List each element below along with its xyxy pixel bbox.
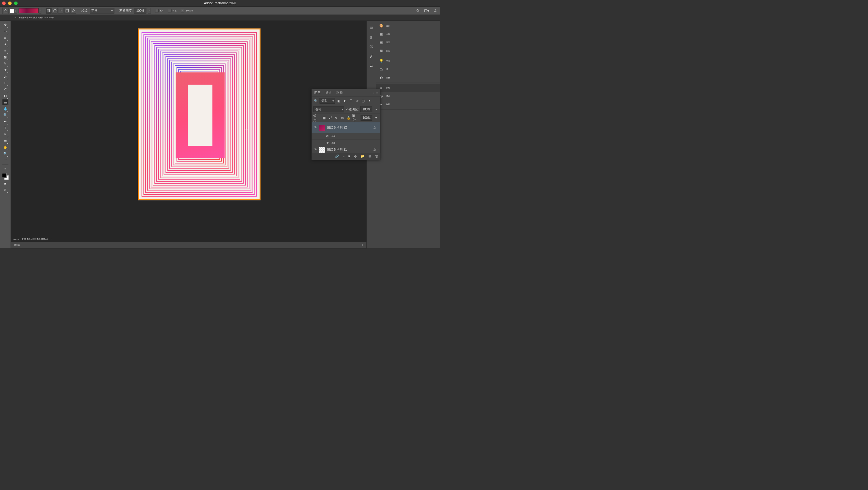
channels-panel-tab[interactable]: ◎通道 <box>376 92 440 100</box>
lasso-tool[interactable]: ⊃ <box>2 35 8 41</box>
zoom-tool[interactable]: 🔍 <box>2 151 8 157</box>
expand-fx-icon[interactable]: ˄ <box>377 126 379 129</box>
status-arrow-icon[interactable]: 〉 <box>51 238 53 240</box>
layer-thumbnail[interactable] <box>319 147 325 153</box>
marquee-tool[interactable]: ▭ <box>2 28 8 34</box>
new-layer-icon[interactable]: ⊞ <box>368 154 371 158</box>
blend-mode-select[interactable]: 色相 <box>313 107 344 112</box>
gradient-preview-dropdown[interactable]: ▾ <box>19 8 41 13</box>
patterns-panel-tab[interactable]: ▩图案 <box>376 47 440 55</box>
screen-mode-button[interactable]: ⎚ <box>2 187 8 193</box>
layers-panel[interactable]: 图层 通道 路径 »≡ 🔍 类型 ▣ ◐ T ▱ ▢ ● 色相 不透明度: 10… <box>312 89 380 160</box>
timeline-panel-tab[interactable]: 时间轴 ≡ <box>10 242 366 248</box>
paths-panel-tab[interactable]: ⌁路径 <box>376 100 440 109</box>
pen-tool[interactable]: ✒ <box>2 119 8 124</box>
adjustments-panel-tab[interactable]: ◐调整 <box>376 74 440 82</box>
healing-brush-tool[interactable]: ✚ <box>2 67 8 73</box>
maximize-window-icon[interactable] <box>14 1 18 5</box>
fill-chevron-icon[interactable]: ▾ <box>374 116 378 120</box>
fx-badge[interactable]: fx <box>374 148 376 151</box>
gradient-tool[interactable]: ▬ <box>2 99 8 105</box>
gradient-reflected-button[interactable] <box>64 8 70 13</box>
workspace-button[interactable]: ▾ <box>424 8 429 13</box>
hand-tool[interactable]: ✋ <box>2 145 8 150</box>
delete-layer-icon[interactable]: 🗑 <box>375 154 378 158</box>
eyedropper-tool[interactable]: ✎ <box>2 61 8 66</box>
fx-badge[interactable]: fx <box>374 126 376 129</box>
path-select-tool[interactable]: ↖ <box>2 132 8 137</box>
opacity-input[interactable]: 100% <box>134 8 147 13</box>
brush-tool[interactable]: 🖌 <box>2 74 8 79</box>
timeline-menu-icon[interactable]: ≡ <box>362 244 363 246</box>
filter-type-icon[interactable]: T <box>349 98 353 103</box>
group-icon[interactable]: 📁 <box>361 154 365 158</box>
quick-mask-button[interactable]: ◙ <box>2 180 8 186</box>
zoom-level[interactable]: 32.02% <box>13 238 19 240</box>
lock-position-icon[interactable]: ✥ <box>334 116 339 120</box>
layer-style-icon[interactable]: fx <box>343 154 344 158</box>
blend-mode-select[interactable]: 正常 <box>90 8 114 13</box>
layer-name[interactable]: 图层 5 拷贝 21 <box>327 148 372 152</box>
move-tool[interactable]: ✥ <box>2 22 8 28</box>
link-layers-icon[interactable]: 🔗 <box>335 154 339 158</box>
document-canvas[interactable] <box>138 28 260 200</box>
layer-thumbnail[interactable] <box>319 125 325 131</box>
gradient-radial-button[interactable] <box>52 8 57 13</box>
layers-panel-tab[interactable]: ◈图层 <box>376 84 440 92</box>
filter-shape-icon[interactable]: ▱ <box>355 98 359 103</box>
layer-opacity-input[interactable]: 100% <box>360 107 372 112</box>
stroke-visibility-icon[interactable]: 👁 <box>326 141 330 145</box>
color-panel-tab[interactable]: 🎨颜色 <box>376 22 440 30</box>
stroke-effect-row[interactable]: 👁 描边 <box>312 140 380 146</box>
properties-panel-icon[interactable]: ◎ <box>369 35 374 40</box>
gradient-linear-button[interactable] <box>46 8 51 13</box>
gradients-panel-tab[interactable]: ▤渐变 <box>376 38 440 47</box>
learn-panel-tab[interactable]: 💡学习 <box>376 57 440 65</box>
lock-all-icon[interactable]: 🔒 <box>346 116 350 120</box>
layer-name[interactable]: 图层 5 拷贝 22 <box>327 125 372 130</box>
visibility-toggle-icon[interactable]: 👁 <box>313 148 317 151</box>
clone-stamp-tool[interactable]: ⎍ <box>2 80 8 86</box>
dodge-tool[interactable]: 🔍 <box>2 112 8 118</box>
transparency-checkbox[interactable]: ✓透明区域 <box>181 9 193 12</box>
rectangle-tool[interactable]: ▭ <box>2 138 8 144</box>
brushes-panel-icon[interactable]: 🖌 <box>369 54 374 59</box>
filter-smart-icon[interactable]: ▢ <box>361 98 365 103</box>
opacity-chevron-icon[interactable]: ▾ <box>374 107 378 112</box>
effects-visibility-icon[interactable]: 👁 <box>326 135 330 138</box>
dither-checkbox[interactable]: ✓仿色 <box>168 9 176 12</box>
filter-toggle-icon[interactable]: ● <box>367 98 372 103</box>
swatches-panel-tab[interactable]: ▦色板 <box>376 30 440 38</box>
filter-adjustment-icon[interactable]: ◐ <box>343 98 347 103</box>
filter-kind-select[interactable]: 类型 <box>320 98 335 104</box>
close-tab-icon[interactable]: × <box>15 16 17 19</box>
filter-search-icon[interactable]: 🔍 <box>313 98 318 103</box>
search-button[interactable] <box>415 8 421 13</box>
close-window-icon[interactable] <box>2 1 6 5</box>
history-panel-icon[interactable]: ▤ <box>369 25 374 30</box>
layer-mask-icon[interactable]: ◙ <box>348 154 350 158</box>
layers-tab[interactable]: 图层 <box>314 90 320 96</box>
document-dimensions[interactable]: 2480 像素 x 3508 像素 (300 ppi) <box>22 238 49 240</box>
history-brush-tool[interactable]: ↺ <box>2 87 8 92</box>
channels-tab[interactable]: 通道 <box>326 90 332 96</box>
adjustment-layer-icon[interactable]: ◐ <box>354 154 357 158</box>
expand-fx-icon[interactable]: ˄ <box>377 148 379 151</box>
swap-colors-icon[interactable]: ⤭ <box>2 166 8 172</box>
share-button[interactable] <box>433 8 438 13</box>
crop-tool[interactable]: ⌗ <box>2 48 8 54</box>
panel-menu-icon[interactable]: ≡ <box>377 92 378 94</box>
edit-toolbar-button[interactable]: ⋯ <box>2 157 8 163</box>
filter-pixel-icon[interactable]: ▣ <box>336 98 341 103</box>
collapse-panel-icon[interactable]: » <box>373 92 374 94</box>
visibility-toggle-icon[interactable]: 👁 <box>313 126 317 129</box>
magic-wand-tool[interactable]: ✦ <box>2 41 8 47</box>
eraser-tool[interactable]: ◧ <box>2 93 8 98</box>
foreground-swatch-dropdown[interactable]: ▾ <box>10 8 17 13</box>
lock-transparent-icon[interactable]: ▦ <box>322 116 327 120</box>
paths-tab[interactable]: 路径 <box>336 90 342 96</box>
brush-settings-panel-icon[interactable]: ⇄ <box>369 63 374 68</box>
reverse-checkbox[interactable]: ✓反向 <box>155 9 163 12</box>
lock-artboard-icon[interactable]: ▭ <box>340 116 345 120</box>
home-button[interactable] <box>2 7 8 13</box>
